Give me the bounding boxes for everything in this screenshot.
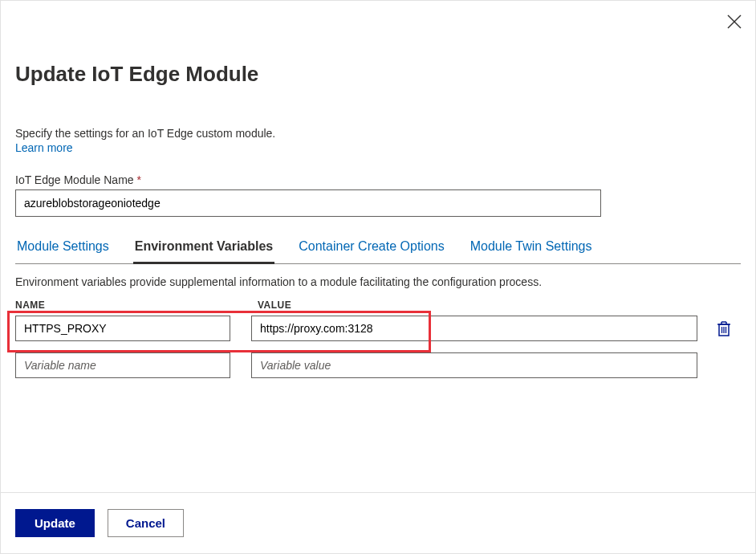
learn-more-link[interactable]: Learn more: [15, 141, 73, 154]
env-value-input[interactable]: [251, 316, 697, 341]
env-name-input[interactable]: [15, 316, 230, 341]
env-description: Environment variables provide supplement…: [15, 275, 741, 288]
required-indicator: *: [137, 173, 141, 186]
footer: Update Cancel: [1, 492, 755, 553]
env-name-header: NAME: [15, 299, 258, 311]
delete-row-button[interactable]: [717, 320, 731, 336]
module-name-input[interactable]: [15, 189, 601, 217]
trash-icon: [717, 320, 731, 336]
env-value-header: VALUE: [258, 299, 291, 311]
close-button[interactable]: [725, 12, 744, 31]
env-value-input-new[interactable]: [251, 352, 697, 378]
tab-environment-variables[interactable]: Environment Variables: [133, 234, 275, 264]
update-button[interactable]: Update: [15, 509, 95, 537]
env-row-new: [15, 352, 741, 378]
env-row: [15, 316, 741, 341]
cancel-button[interactable]: Cancel: [108, 509, 184, 537]
module-name-label: IoT Edge Module Name *: [15, 173, 741, 186]
tab-module-settings[interactable]: Module Settings: [15, 234, 111, 264]
page-title: Update IoT Edge Module: [15, 62, 741, 87]
page-subtitle: Specify the settings for an IoT Edge cus…: [15, 127, 741, 140]
tab-module-twin-settings[interactable]: Module Twin Settings: [469, 234, 594, 264]
close-icon: [727, 14, 742, 29]
env-name-input-new[interactable]: [15, 352, 230, 378]
tab-container-create-options[interactable]: Container Create Options: [297, 234, 445, 264]
tabs: Module Settings Environment Variables Co…: [15, 234, 741, 264]
